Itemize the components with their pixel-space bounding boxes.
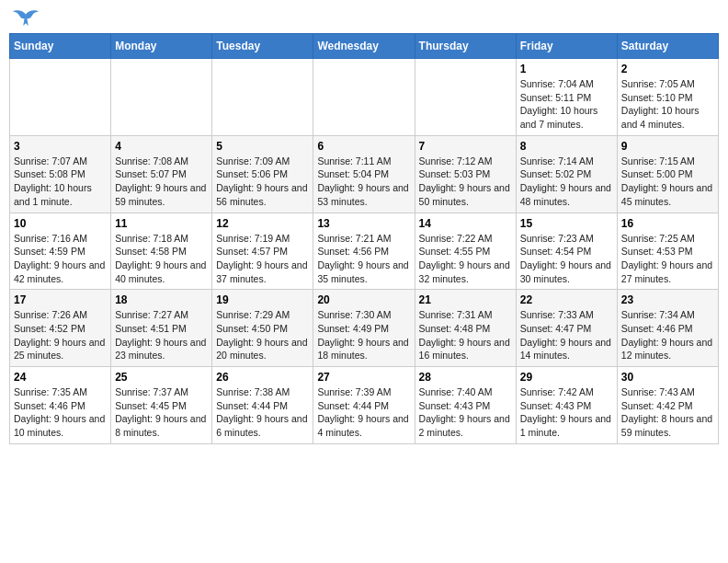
day-number: 15 xyxy=(520,217,613,230)
day-number: 8 xyxy=(520,140,613,153)
calendar-week-row: 1Sunrise: 7:04 AM Sunset: 5:11 PM Daylig… xyxy=(10,59,719,136)
calendar-week-row: 24Sunrise: 7:35 AM Sunset: 4:46 PM Dayli… xyxy=(10,367,719,444)
day-number: 12 xyxy=(216,217,309,230)
day-info: Sunrise: 7:08 AM Sunset: 5:07 PM Dayligh… xyxy=(115,155,208,209)
day-info: Sunrise: 7:29 AM Sunset: 4:50 PM Dayligh… xyxy=(216,308,309,362)
calendar-cell: 27Sunrise: 7:39 AM Sunset: 4:44 PM Dayli… xyxy=(313,367,415,444)
day-info: Sunrise: 7:05 AM Sunset: 5:10 PM Dayligh… xyxy=(621,77,714,132)
day-info: Sunrise: 7:38 AM Sunset: 4:44 PM Dayligh… xyxy=(216,385,309,440)
weekday-header-cell: Monday xyxy=(111,34,212,59)
day-number: 25 xyxy=(115,371,208,384)
day-info: Sunrise: 7:31 AM Sunset: 4:48 PM Dayligh… xyxy=(419,308,512,362)
calendar-cell xyxy=(415,59,516,136)
calendar-cell xyxy=(313,59,415,136)
calendar-cell: 16Sunrise: 7:25 AM Sunset: 4:53 PM Dayli… xyxy=(617,213,718,290)
calendar-cell: 14Sunrise: 7:22 AM Sunset: 4:55 PM Dayli… xyxy=(415,213,516,290)
day-number: 19 xyxy=(216,293,309,306)
calendar-cell: 18Sunrise: 7:27 AM Sunset: 4:51 PM Dayli… xyxy=(111,290,212,367)
day-number: 13 xyxy=(317,217,410,230)
calendar-cell: 2Sunrise: 7:05 AM Sunset: 5:10 PM Daylig… xyxy=(617,59,718,136)
day-info: Sunrise: 7:21 AM Sunset: 4:56 PM Dayligh… xyxy=(317,232,410,286)
weekday-header-cell: Saturday xyxy=(617,34,718,59)
calendar-week-row: 17Sunrise: 7:26 AM Sunset: 4:52 PM Dayli… xyxy=(10,290,719,367)
day-number: 11 xyxy=(115,217,208,230)
calendar-cell: 17Sunrise: 7:26 AM Sunset: 4:52 PM Dayli… xyxy=(10,290,111,367)
calendar-table: SundayMondayTuesdayWednesdayThursdayFrid… xyxy=(9,33,719,444)
day-info: Sunrise: 7:27 AM Sunset: 4:51 PM Dayligh… xyxy=(115,308,208,362)
day-info: Sunrise: 7:39 AM Sunset: 4:44 PM Dayligh… xyxy=(317,385,410,440)
calendar-cell: 23Sunrise: 7:34 AM Sunset: 4:46 PM Dayli… xyxy=(617,290,718,367)
day-number: 7 xyxy=(419,140,512,153)
day-number: 24 xyxy=(14,371,107,384)
calendar-cell: 25Sunrise: 7:37 AM Sunset: 4:45 PM Dayli… xyxy=(111,367,212,444)
calendar-cell: 20Sunrise: 7:30 AM Sunset: 4:49 PM Dayli… xyxy=(313,290,415,367)
day-number: 30 xyxy=(621,371,714,384)
day-info: Sunrise: 7:07 AM Sunset: 5:08 PM Dayligh… xyxy=(14,155,107,209)
day-number: 16 xyxy=(621,217,714,230)
day-number: 18 xyxy=(115,293,208,306)
weekday-header-cell: Wednesday xyxy=(313,34,415,59)
calendar-cell: 5Sunrise: 7:09 AM Sunset: 5:06 PM Daylig… xyxy=(212,135,313,213)
day-number: 27 xyxy=(317,371,410,384)
day-info: Sunrise: 7:18 AM Sunset: 4:58 PM Dayligh… xyxy=(115,232,208,286)
calendar-body: 1Sunrise: 7:04 AM Sunset: 5:11 PM Daylig… xyxy=(10,59,719,444)
calendar-cell xyxy=(212,59,313,136)
day-info: Sunrise: 7:22 AM Sunset: 4:55 PM Dayligh… xyxy=(419,232,512,286)
calendar-cell: 1Sunrise: 7:04 AM Sunset: 5:11 PM Daylig… xyxy=(516,59,617,136)
calendar-cell: 26Sunrise: 7:38 AM Sunset: 4:44 PM Dayli… xyxy=(212,367,313,444)
calendar-cell: 4Sunrise: 7:08 AM Sunset: 5:07 PM Daylig… xyxy=(111,135,212,213)
day-number: 20 xyxy=(317,293,410,306)
calendar-cell: 9Sunrise: 7:15 AM Sunset: 5:00 PM Daylig… xyxy=(617,135,718,213)
day-number: 14 xyxy=(419,217,512,230)
calendar-cell: 10Sunrise: 7:16 AM Sunset: 4:59 PM Dayli… xyxy=(10,213,111,290)
day-info: Sunrise: 7:33 AM Sunset: 4:47 PM Dayligh… xyxy=(520,308,613,362)
day-info: Sunrise: 7:37 AM Sunset: 4:45 PM Dayligh… xyxy=(115,385,208,440)
day-info: Sunrise: 7:11 AM Sunset: 5:04 PM Dayligh… xyxy=(317,155,410,209)
day-info: Sunrise: 7:30 AM Sunset: 4:49 PM Dayligh… xyxy=(317,308,410,362)
calendar-cell xyxy=(10,59,111,136)
day-number: 6 xyxy=(317,140,410,153)
calendar-week-row: 3Sunrise: 7:07 AM Sunset: 5:08 PM Daylig… xyxy=(10,135,719,213)
day-info: Sunrise: 7:25 AM Sunset: 4:53 PM Dayligh… xyxy=(621,232,714,286)
day-info: Sunrise: 7:04 AM Sunset: 5:11 PM Dayligh… xyxy=(520,77,613,132)
page-header xyxy=(9,9,719,26)
weekday-header-cell: Tuesday xyxy=(212,34,313,59)
day-number: 5 xyxy=(216,140,309,153)
day-info: Sunrise: 7:42 AM Sunset: 4:43 PM Dayligh… xyxy=(520,385,613,440)
day-info: Sunrise: 7:12 AM Sunset: 5:03 PM Dayligh… xyxy=(419,155,512,209)
logo-icon xyxy=(13,9,39,26)
day-info: Sunrise: 7:40 AM Sunset: 4:43 PM Dayligh… xyxy=(419,385,512,440)
calendar-cell: 6Sunrise: 7:11 AM Sunset: 5:04 PM Daylig… xyxy=(313,135,415,213)
day-info: Sunrise: 7:15 AM Sunset: 5:00 PM Dayligh… xyxy=(621,155,714,209)
day-info: Sunrise: 7:35 AM Sunset: 4:46 PM Dayligh… xyxy=(14,385,107,440)
day-info: Sunrise: 7:34 AM Sunset: 4:46 PM Dayligh… xyxy=(621,308,714,362)
calendar-cell: 7Sunrise: 7:12 AM Sunset: 5:03 PM Daylig… xyxy=(415,135,516,213)
day-number: 21 xyxy=(419,293,512,306)
day-number: 28 xyxy=(419,371,512,384)
calendar-cell: 13Sunrise: 7:21 AM Sunset: 4:56 PM Dayli… xyxy=(313,213,415,290)
day-info: Sunrise: 7:14 AM Sunset: 5:02 PM Dayligh… xyxy=(520,155,613,209)
calendar-cell: 24Sunrise: 7:35 AM Sunset: 4:46 PM Dayli… xyxy=(10,367,111,444)
calendar-cell: 3Sunrise: 7:07 AM Sunset: 5:08 PM Daylig… xyxy=(10,135,111,213)
day-number: 4 xyxy=(115,140,208,153)
weekday-header-row: SundayMondayTuesdayWednesdayThursdayFrid… xyxy=(10,34,719,59)
day-number: 23 xyxy=(621,293,714,306)
logo xyxy=(13,9,42,26)
day-number: 26 xyxy=(216,371,309,384)
calendar-cell: 11Sunrise: 7:18 AM Sunset: 4:58 PM Dayli… xyxy=(111,213,212,290)
calendar-cell: 12Sunrise: 7:19 AM Sunset: 4:57 PM Dayli… xyxy=(212,213,313,290)
day-info: Sunrise: 7:23 AM Sunset: 4:54 PM Dayligh… xyxy=(520,232,613,286)
day-number: 10 xyxy=(14,217,107,230)
calendar-cell: 28Sunrise: 7:40 AM Sunset: 4:43 PM Dayli… xyxy=(415,367,516,444)
day-info: Sunrise: 7:43 AM Sunset: 4:42 PM Dayligh… xyxy=(621,385,714,440)
calendar-cell: 30Sunrise: 7:43 AM Sunset: 4:42 PM Dayli… xyxy=(617,367,718,444)
day-number: 22 xyxy=(520,293,613,306)
day-number: 9 xyxy=(621,140,714,153)
weekday-header-cell: Thursday xyxy=(415,34,516,59)
day-info: Sunrise: 7:26 AM Sunset: 4:52 PM Dayligh… xyxy=(14,308,107,362)
calendar-cell xyxy=(111,59,212,136)
day-info: Sunrise: 7:09 AM Sunset: 5:06 PM Dayligh… xyxy=(216,155,309,209)
day-number: 29 xyxy=(520,371,613,384)
calendar-cell: 19Sunrise: 7:29 AM Sunset: 4:50 PM Dayli… xyxy=(212,290,313,367)
calendar-week-row: 10Sunrise: 7:16 AM Sunset: 4:59 PM Dayli… xyxy=(10,213,719,290)
